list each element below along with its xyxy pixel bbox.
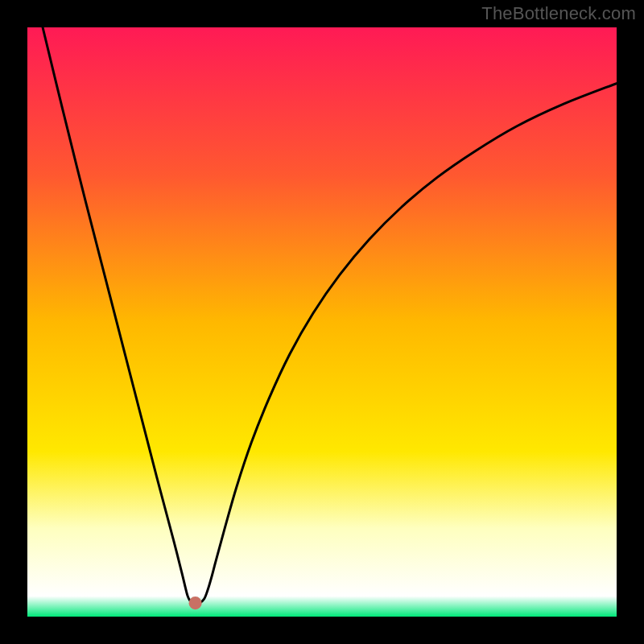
minimum-marker: [189, 597, 202, 609]
chart-frame: TheBottleneck.com: [0, 0, 644, 644]
watermark-text: TheBottleneck.com: [481, 3, 636, 24]
bottleneck-chart: [27, 27, 617, 617]
